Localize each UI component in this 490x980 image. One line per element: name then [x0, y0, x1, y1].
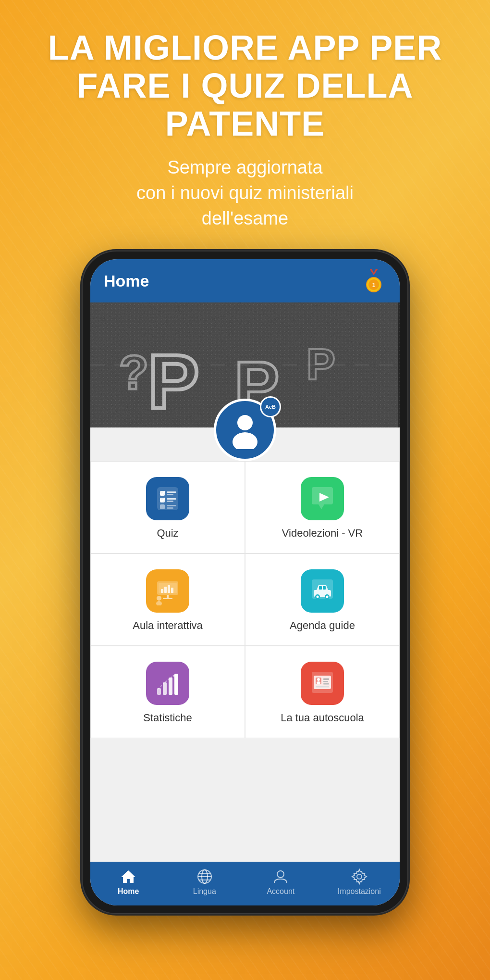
svg-rect-38 — [319, 586, 322, 590]
lingua-icon — [196, 868, 213, 885]
settings-icon — [351, 868, 368, 885]
svg-rect-29 — [161, 589, 163, 593]
svg-rect-19 — [167, 494, 173, 495]
svg-text:P: P — [306, 340, 335, 389]
svg-rect-22 — [167, 501, 173, 502]
svg-rect-47 — [174, 674, 178, 695]
nav-item-home[interactable]: Home — [109, 868, 147, 896]
svg-rect-24 — [167, 505, 176, 506]
menu-item-quiz[interactable]: Quiz — [90, 461, 245, 553]
avatar-section: AeB — [90, 399, 400, 461]
agenda-icon — [301, 569, 344, 613]
svg-rect-56 — [316, 686, 329, 688]
quiz-icon — [146, 477, 189, 520]
svg-rect-54 — [323, 681, 328, 682]
account-icon — [272, 868, 289, 885]
agenda-label: Agenda guide — [290, 619, 355, 632]
statistiche-label: Statistiche — [143, 712, 192, 724]
menu-grid: Quiz Videolezioni - VR — [90, 461, 400, 738]
svg-rect-30 — [164, 587, 167, 593]
svg-rect-33 — [167, 595, 169, 598]
menu-item-autoscuola[interactable]: La tua autoscuola — [245, 646, 400, 738]
videolezioni-label: Videolezioni - VR — [282, 527, 363, 540]
svg-point-63 — [277, 871, 284, 878]
svg-rect-55 — [323, 683, 329, 685]
svg-rect-46 — [169, 678, 172, 695]
menu-item-videolezioni[interactable]: Videolezioni - VR — [245, 461, 400, 553]
svg-point-52 — [317, 681, 320, 684]
video-icon — [301, 477, 344, 520]
svg-point-41 — [317, 596, 319, 598]
nav-item-impostazioni[interactable]: Impostazioni — [338, 868, 381, 896]
phone-mockup: Home 1 — [82, 251, 408, 914]
page-wrapper: LA MIGLIORE APP PER FARE I QUIZ DELLA PA… — [0, 0, 490, 980]
quiz-label: Quiz — [157, 527, 178, 540]
svg-rect-18 — [167, 491, 176, 493]
app-title: Home — [104, 272, 149, 290]
menu-item-agenda[interactable]: Agenda guide — [245, 553, 400, 646]
nav-item-account[interactable]: Account — [261, 868, 300, 896]
svg-rect-25 — [167, 507, 173, 509]
app-header: Home 1 — [90, 259, 400, 302]
svg-marker-1 — [370, 269, 378, 275]
svg-point-64 — [357, 874, 362, 879]
svg-rect-21 — [167, 498, 176, 500]
svg-text:1: 1 — [372, 282, 376, 289]
bottom-nav: Home Lingua — [90, 862, 400, 905]
svg-rect-53 — [323, 678, 329, 680]
svg-point-51 — [317, 678, 320, 681]
svg-rect-39 — [323, 586, 326, 590]
phone-screen: Home 1 — [90, 259, 400, 905]
avatar-badge-text: AeB — [265, 404, 276, 410]
svg-rect-44 — [157, 688, 161, 695]
hero-subtitle: Sempre aggiornata con i nuovi quiz minis… — [19, 155, 471, 232]
svg-text:?: ? — [119, 345, 148, 399]
svg-rect-32 — [171, 588, 173, 593]
avatar-badge: AeB — [260, 396, 281, 417]
aula-icon — [146, 569, 189, 613]
home-icon — [120, 868, 136, 885]
svg-point-14 — [233, 432, 257, 449]
autoscuola-label: La tua autoscuola — [281, 712, 364, 724]
nav-home-label: Home — [118, 887, 139, 896]
avatar-wrapper: AeB — [214, 399, 276, 461]
svg-point-13 — [237, 415, 253, 430]
svg-point-36 — [156, 601, 162, 605]
svg-marker-57 — [121, 870, 135, 883]
svg-point-35 — [157, 596, 161, 601]
medal-icon: 1 — [361, 268, 386, 293]
svg-rect-31 — [168, 585, 170, 593]
autoscuola-icon — [301, 662, 344, 705]
menu-item-aula[interactable]: Aula interattiva — [90, 553, 245, 646]
nav-impostazioni-label: Impostazioni — [338, 887, 381, 896]
stats-icon — [146, 662, 189, 705]
svg-rect-34 — [163, 598, 172, 599]
menu-item-statistiche[interactable]: Statistiche — [90, 646, 245, 738]
hero-title: LA MIGLIORE APP PER FARE I QUIZ DELLA PA… — [19, 29, 471, 143]
nav-account-label: Account — [267, 887, 294, 896]
nav-item-lingua[interactable]: Lingua — [185, 868, 224, 896]
aula-label: Aula interattiva — [133, 619, 203, 632]
svg-point-43 — [326, 596, 329, 598]
hero-section: LA MIGLIORE APP PER FARE I QUIZ DELLA PA… — [0, 0, 490, 246]
svg-rect-23 — [160, 504, 165, 509]
nav-lingua-label: Lingua — [193, 887, 216, 896]
